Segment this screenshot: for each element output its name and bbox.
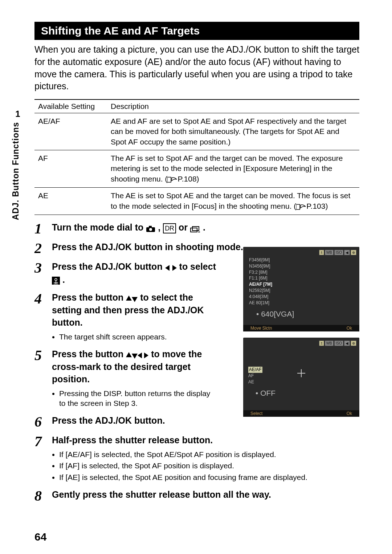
burst-mode-icon bbox=[190, 222, 200, 235]
lcd2-list: AE/AF AF AE OFF bbox=[243, 338, 359, 399]
svg-marker-8 bbox=[165, 265, 170, 271]
svg-marker-16 bbox=[132, 297, 138, 302]
chapter-number: 1 bbox=[11, 109, 25, 119]
page-number: 64 bbox=[34, 531, 46, 543]
lcd-screenshot-1: ± WB ISO ◀ ⊕ F3456[9M] N3456[9M] F3:2 [8… bbox=[243, 247, 359, 331]
step-6: 6 Press the ADJ./OK button. bbox=[34, 415, 216, 429]
svg-rect-6 bbox=[192, 227, 199, 231]
svg-marker-19 bbox=[138, 353, 142, 358]
svg-rect-3 bbox=[149, 226, 152, 228]
crosshair-icon bbox=[297, 369, 305, 377]
sidebar: 1 ADJ. Button Functions bbox=[11, 109, 25, 220]
four-way-arrows-icon bbox=[126, 349, 148, 361]
target-icon bbox=[52, 274, 60, 286]
svg-marker-9 bbox=[172, 265, 177, 271]
lcd-screenshot-2: ± WB ISO ◀ ⊕ AE/AF AF AE OFF SelectOk bbox=[243, 338, 359, 417]
intro-text: When you are taking a picture, you can u… bbox=[34, 44, 359, 93]
reference-icon bbox=[167, 174, 177, 184]
svg-point-4 bbox=[149, 228, 152, 231]
camera-icon bbox=[146, 222, 155, 235]
svg-rect-5 bbox=[191, 228, 197, 232]
lcd2-icon-row: ± WB ISO ◀ ⊕ bbox=[319, 341, 356, 346]
step-1: 1 Turn the mode dial to , DR or . bbox=[34, 221, 359, 236]
table-head-setting: Available Setting bbox=[34, 99, 107, 113]
table-row: AE/AF AE and AF are set to Spot AE and S… bbox=[34, 113, 359, 150]
step-3: 3 Press the ADJ./OK button to select . bbox=[34, 261, 216, 286]
svg-rect-1 bbox=[296, 204, 300, 209]
page-title: Shifting the AE and AF Targets bbox=[34, 22, 359, 40]
svg-marker-18 bbox=[132, 354, 138, 359]
step-8: 8 Gently press the shutter release butto… bbox=[34, 489, 359, 503]
up-down-arrows-icon bbox=[126, 292, 138, 304]
svg-marker-20 bbox=[144, 353, 148, 358]
table-row: AF The AF is set to Spot AF and the targ… bbox=[34, 150, 359, 188]
left-right-arrows-icon bbox=[165, 261, 177, 274]
svg-rect-0 bbox=[167, 177, 171, 182]
dr-mode-icon: DR bbox=[163, 223, 176, 233]
table-row: AE The AE is set to Spot AE and the targ… bbox=[34, 188, 359, 215]
step-4: 4 Press the button to select the setting… bbox=[34, 292, 216, 343]
lcd1-list: F3456[9M] N3456[9M] F3:2 [8M] F1:1 [6M] … bbox=[243, 247, 359, 319]
step-7: 7 Half-press the shutter release button.… bbox=[34, 434, 359, 484]
svg-marker-15 bbox=[126, 296, 132, 301]
svg-marker-17 bbox=[126, 352, 132, 357]
chapter-title: ADJ. Button Functions bbox=[11, 122, 21, 220]
table-head-description: Description bbox=[107, 99, 359, 113]
lcd1-icon-row: ± WB ISO ◀ ⊕ bbox=[319, 250, 356, 255]
reference-icon bbox=[296, 201, 306, 212]
step-5: 5 Press the button to move the cross-mar… bbox=[34, 348, 216, 410]
settings-table: Available Setting Description AE/AF AE a… bbox=[34, 99, 359, 215]
